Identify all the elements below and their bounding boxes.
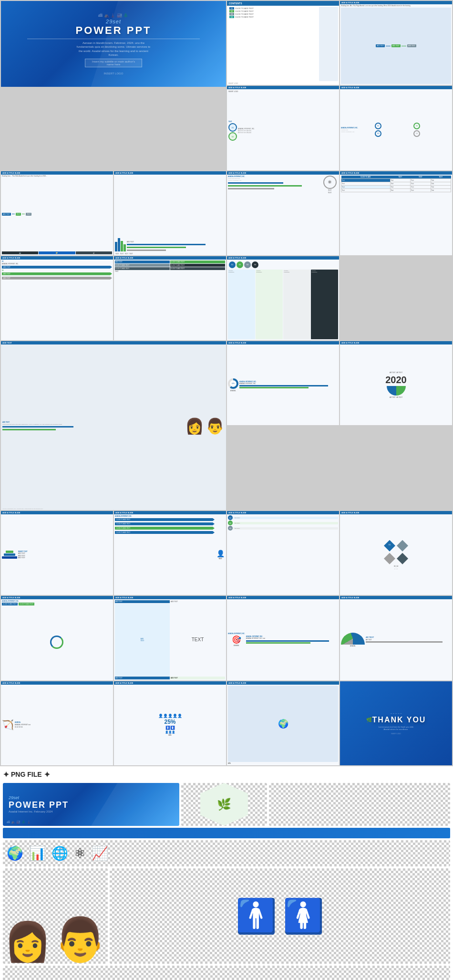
slide-diamonds: ADD A TITLE SLIDE 01 03 | 04 01 | 02 [340,511,452,595]
slide-atom-layout: ADD A TITLE SLIDE ASADAL INTERNET, INC. … [227,171,339,255]
slide-smallcharts: ADD A TITLE SLIDE ADD TEXT ADD TEXT ADDT… [114,596,226,680]
thankyou-text: THANK YOU [372,716,426,724]
slide-2020: ADD A TITLE SLIDE AR TEXTAR TEXT 2020 AR… [340,341,452,425]
slide-title-19: ADD A TITLE SLIDE [227,596,339,599]
slide-title-5: ADD A TITLE SLIDE [114,171,226,175]
png-icons-row: 🌍 📊 🌐 ⚛ 📈 [3,840,450,866]
slide-title-4: ADD A TITLE SLIDE [1,171,113,175]
png-product-icons: 📓 🔍 🌐 📖 🎯 [3,966,450,980]
slide-title-21: ADD A TITLE SLIDE [1,681,113,685]
slide-photo-people: ADD TEXT ADD TEXT Lorem ipsum text here … [1,341,226,510]
png-section: ✦ PNG FILE ✦ 29set POWER PPT Asadal Inte… [0,766,453,980]
slide-title-6: ADD A TITLE SLIDE [227,171,339,175]
slide-title-7: ADD A TITLE SLIDE [340,171,452,175]
slide-title-10: ADD A TITLE SLIDE [227,256,339,260]
png-people: 👩 👨 [3,868,108,964]
slide-thankyou: ~ ~ ~ ~ ~ 🌿 THANK YOU Lorem ipsum text h… [340,681,452,765]
person-female-icon: 👩 [4,923,51,961]
slide-flowchart: ADD A TITLE SLIDE Heading here... This S… [1,171,113,255]
contents-slide: CONTENTS 01CLICK TO ADD TEXT 02CLICK TO … [227,1,339,85]
slide-grid: 🏙 ⛺ 🗼 🏭 🌲 29set POWER PPT Aenean in blan… [0,0,453,766]
star-icon-2: ✦ [44,770,50,779]
contents-header: CONTENTS [227,1,339,6]
hero-set-label: 29set [106,19,121,24]
silhouette-female-icon: 🚺 [283,899,324,933]
slide-title-14: ADD A TITLE SLIDE [114,511,226,514]
slide-donuts: ADD A TITLE SLIDE 60% ASADAL ASADAL INTE… [227,341,339,425]
hero-skyline: 🏙 ⛺ 🗼 🏭 🌲 [98,13,128,18]
slide-ribbons: ADD A TITLE SLIDE 01 ASADAL INTERNET, IN… [1,256,113,340]
png-title-text: PNG FILE [11,771,42,778]
slide-title-11: ADD A TITLE SLIDE [227,341,339,344]
png-hexagon: 🌿 [181,783,267,826]
slide-title-16: ADD A TITLE SLIDE [340,511,452,514]
slide-title-18: ADD A TITLE SLIDE [114,596,226,599]
slide-textboxes: ADD A TITLE SLIDE ADD TEXT CLICK TO ADD … [114,256,226,340]
person-male-icon: 👨 [53,918,107,961]
slide-worldmap: ADD A TITLE SLIDE 🌍 40% [227,681,339,765]
slide-title-20: ADD A TITLE SLIDE [340,596,452,599]
hero-subtitle: Aenean in blandit lorem. Febrimor, 2024.… [75,41,152,57]
hero-divider [27,39,200,39]
slide-gauge: ADD A TITLE SLIDE ASADAL AR TEXT AR TEXT [340,596,452,680]
hero-slide: 🏙 ⛺ 🗼 🏭 🌲 29set POWER PPT Aenean in blan… [1,1,226,87]
slide-title-8: ADD A TITLE SLIDE [1,256,113,260]
slide-title-3: ADD A TITLE SLIDE [340,86,452,89]
slide-funnel: ADD A TITLE SLIDE ASADAL INTERNET, INC. … [1,596,113,680]
slide-pyramid: ADD A TITLE SLIDE INSERT TEXT ADD TEXT A… [1,511,113,595]
slide-title-23: ADD A TITLE SLIDE [227,681,339,685]
slide-person-text: ADD A TITLE SLIDE ASADAL INTERNET, INC. … [114,511,226,595]
silhouette-male-icon: 🚹 [236,899,277,933]
slide-table: ADD A TITLE SLIDE CLICK TO ADDTEXTTEXTTE… [340,171,452,255]
barchart-icon: 📊 [29,845,46,861]
slide-num-circles: ADD A TITLE SLIDE ASADAL INTERNET, INC. … [340,86,452,170]
hero-title: POWER PPT [75,24,151,37]
atom-icon: ⚛ [74,845,86,861]
page-container: 🏙 ⛺ 🗼 🏭 🌲 29set POWER PPT Aenean in blan… [0,0,453,980]
slide-target: ADD A TITLE SLIDE ASADAL INTERNET, INC. … [227,596,339,680]
slide-4circles: ADD A TITLE SLIDE 01 02 03 04 ASADALINTE… [227,256,339,340]
network-icon: 🌐 [51,845,68,861]
slide-num-arrows: ADD A TITLE SLIDE 01 ADD TEXT 02 ADD TEX… [227,511,339,595]
png-row-people: 👩 👨 🚹 🚺 [3,868,450,964]
slide-title-2: ADD A TITLE SLIDE [227,86,339,89]
slide-title-12: ADD A TITLE SLIDE [340,341,452,344]
slide-title-13: ADD A TITLE SLIDE [1,511,113,514]
slide-barchart: ADD A TITLE SLIDE ADD TEXT [114,171,226,255]
slide-title-22: ADD A TITLE SLIDE [114,681,226,685]
png-blue-banner: 29set POWER PPT Asadal Internet Inc. Feb… [3,783,179,826]
hero-input[interactable]: Insert my subtitle or main author's name… [85,59,142,67]
slide-circles-layout: ADD A TITLE SLIDE INSERT LOGO TEXT 01 02… [227,86,339,170]
hero-logo: INSERT LOGO [104,72,124,75]
slide-title-17: ADD A TITLE SLIDE [1,596,113,599]
slide-dart: ADD A TITLE SLIDE 🏹 ASADAL ASADAL INTERN… [1,681,113,765]
slide-title-label: ADD A TITLE SLIDE [340,1,452,4]
slide-title-15: ADD A TITLE SLIDE [227,511,339,514]
png-row-1: 29set POWER PPT Asadal Internet Inc. Feb… [3,783,450,826]
png-blue-bar [3,828,450,838]
globe-icon: 🌍 [7,845,23,861]
graph-icon: 📈 [92,845,108,861]
png-checker-fill [269,783,450,826]
slide-people-pct: ADD A TITLE SLIDE 👤👤👤👤👤 25% 🚹🚺 👤👤👤 60% [114,681,226,765]
slide-title-9: ADD A TITLE SLIDE [114,256,226,260]
png-title: ✦ PNG FILE ✦ [3,770,450,779]
star-icon: ✦ [3,770,9,779]
title-slide-topright: ADD A TITLE SLIDE Heading font. Mrs. Thi… [340,1,452,85]
png-silhouettes: 🚹 🚺 [110,868,450,964]
